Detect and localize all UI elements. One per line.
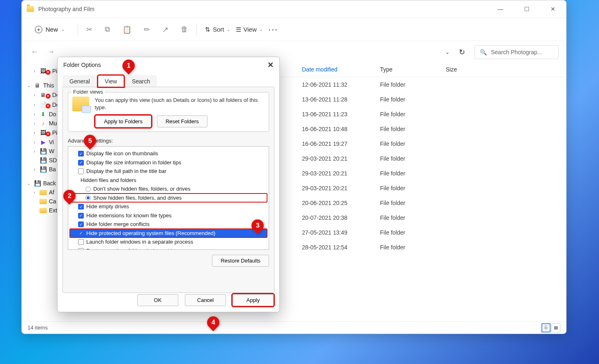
folder-views-text: You can apply this view (such as Details… xyxy=(95,97,265,111)
setting-hide-protected[interactable]: ✓Hide protected operating system files (… xyxy=(70,229,267,238)
advanced-label: Advanced settings: xyxy=(68,138,269,144)
cancel-button[interactable]: Cancel xyxy=(185,294,226,306)
setting-show-hidden[interactable]: Show hidden files, folders, and drives xyxy=(70,194,267,203)
details-view-button[interactable]: ☰ xyxy=(541,323,551,332)
chevron-down-icon: ⌄ xyxy=(61,27,65,32)
separator xyxy=(78,24,78,35)
close-button[interactable]: ✕ xyxy=(545,6,561,12)
sort-icon: ⇅ xyxy=(205,26,210,33)
setting-display-size[interactable]: ✓Display file size information in folder… xyxy=(70,158,267,167)
cut-icon[interactable]: ✂ xyxy=(86,25,92,34)
sort-label: Sort xyxy=(213,26,224,33)
view-icon: ☰ xyxy=(236,26,241,33)
col-size[interactable]: Size xyxy=(446,66,487,73)
rename-icon[interactable]: ✏ xyxy=(144,25,150,34)
tabs: General View Search xyxy=(58,75,279,87)
group-legend: Folder views xyxy=(71,89,105,95)
ok-button[interactable]: OK xyxy=(137,294,178,306)
status-bar: 14 items ☰ ▦ xyxy=(22,321,566,334)
new-label: New xyxy=(46,26,58,33)
folder-views-icon xyxy=(72,97,89,111)
setting-hide-empty[interactable]: ✓Hide empty drives xyxy=(70,202,267,211)
col-type[interactable]: Type xyxy=(380,66,446,73)
tab-search[interactable]: Search xyxy=(125,75,157,87)
folder-options-dialog: Folder Options ✕ General View Search Fol… xyxy=(57,57,280,312)
setting-hide-ext[interactable]: ✓Hide extensions for known file types xyxy=(70,211,267,220)
apply-to-folders-button[interactable]: Apply to Folders xyxy=(95,115,151,127)
setting-display-icon[interactable]: ✓Display file icon on thumbnails xyxy=(70,149,267,158)
setting-launch-separate[interactable]: Launch folder windows in a separate proc… xyxy=(70,237,267,247)
chevron-down-icon: ⌄ xyxy=(227,27,230,32)
item-count: 14 items xyxy=(28,325,48,331)
sort-button[interactable]: ⇅ Sort ⌄ xyxy=(205,26,230,33)
more-button[interactable]: ··· xyxy=(268,24,278,35)
search-placeholder: Search Photograp... xyxy=(491,49,542,55)
maximize-button[interactable]: ☐ xyxy=(518,6,535,12)
plus-icon: + xyxy=(35,26,42,33)
setting-restore-prev[interactable]: Restore previous folder windows at logon xyxy=(70,247,267,250)
window-controls: — ☐ ✕ xyxy=(492,6,561,12)
close-icon[interactable]: ✕ xyxy=(267,60,274,69)
setting-display-path[interactable]: Display the full path in the title bar xyxy=(70,167,267,176)
dialog-title: Folder Options xyxy=(63,62,101,68)
view-label: View xyxy=(244,26,257,33)
folder-views-group: Folder views You can apply this view (su… xyxy=(68,92,269,132)
restore-defaults-button[interactable]: Restore Defaults xyxy=(212,255,269,267)
refresh-button[interactable]: ↻ xyxy=(458,47,465,57)
setting-dont-show-hidden[interactable]: Don't show hidden files, folders, or dri… xyxy=(70,184,267,194)
share-icon[interactable]: ↗ xyxy=(162,25,168,34)
toolbar-icons: ✂ ⧉ 📋 ✏ ↗ 🗑 xyxy=(86,25,188,34)
separator xyxy=(196,24,197,35)
minimize-button[interactable]: — xyxy=(492,6,509,12)
reset-folders-button[interactable]: Reset Folders xyxy=(157,115,207,127)
window-title: Photography and Film xyxy=(38,6,94,12)
titlebar: Photography and Film — ☐ ✕ xyxy=(22,0,566,18)
back-button[interactable]: ← xyxy=(29,48,40,56)
tab-panel: Folder views You can apply this view (su… xyxy=(62,87,274,293)
dialog-titlebar: Folder Options ✕ xyxy=(58,57,279,73)
paste-icon[interactable]: 📋 xyxy=(122,25,131,34)
advanced-settings-list[interactable]: ✓Display file icon on thumbnails ✓Displa… xyxy=(68,146,269,250)
setting-hide-merge[interactable]: ✓Hide folder merge conflicts xyxy=(70,220,267,229)
delete-icon[interactable]: 🗑 xyxy=(181,25,188,34)
search-icon: 🔍 xyxy=(480,49,487,55)
copy-icon[interactable]: ⧉ xyxy=(105,25,110,34)
dialog-buttons: OK Cancel Apply xyxy=(137,294,274,306)
toolbar: + New ⌄ ✂ ⧉ 📋 ✏ ↗ 🗑 ⇅ Sort ⌄ ☰ View ⌄ ··… xyxy=(22,18,566,41)
apply-button[interactable]: Apply xyxy=(233,294,274,306)
setting-hidden-group: Hidden files and folders xyxy=(70,176,267,185)
new-button[interactable]: + New ⌄ xyxy=(30,23,69,36)
forward-button[interactable]: → xyxy=(46,48,56,56)
tab-view[interactable]: View xyxy=(98,75,124,87)
folder-icon xyxy=(27,6,34,12)
view-button[interactable]: ☰ View ⌄ xyxy=(236,26,263,33)
chevron-down-icon: ⌄ xyxy=(259,27,263,32)
large-icons-button[interactable]: ▦ xyxy=(551,323,560,332)
col-date[interactable]: Date modified xyxy=(302,66,380,73)
tab-general[interactable]: General xyxy=(62,75,97,87)
chevron-down-icon[interactable]: ⌄ xyxy=(445,49,449,55)
search-input[interactable]: 🔍 Search Photograp... xyxy=(475,45,559,59)
